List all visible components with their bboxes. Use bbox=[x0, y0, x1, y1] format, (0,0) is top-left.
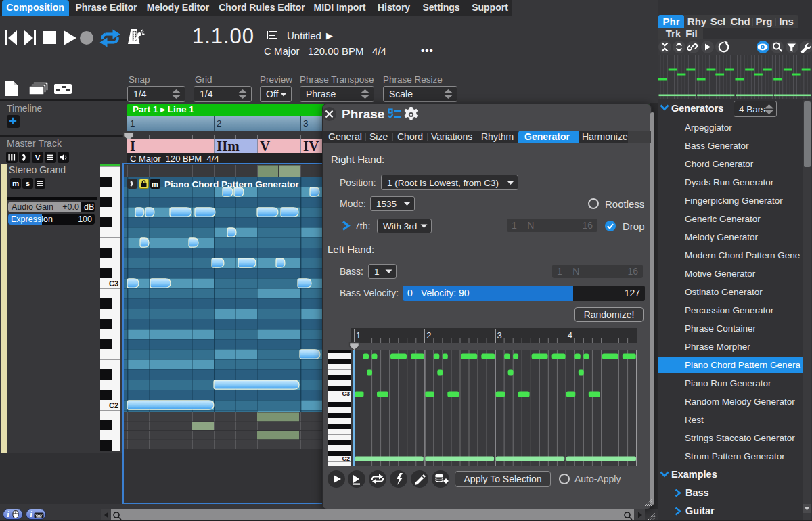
svg-text:C2: C2 bbox=[342, 455, 350, 462]
svg-text:C3: C3 bbox=[109, 279, 118, 288]
svg-text:C2: C2 bbox=[109, 401, 118, 409]
svg-text:V: V bbox=[35, 154, 41, 162]
svg-text:C3: C3 bbox=[342, 390, 350, 397]
